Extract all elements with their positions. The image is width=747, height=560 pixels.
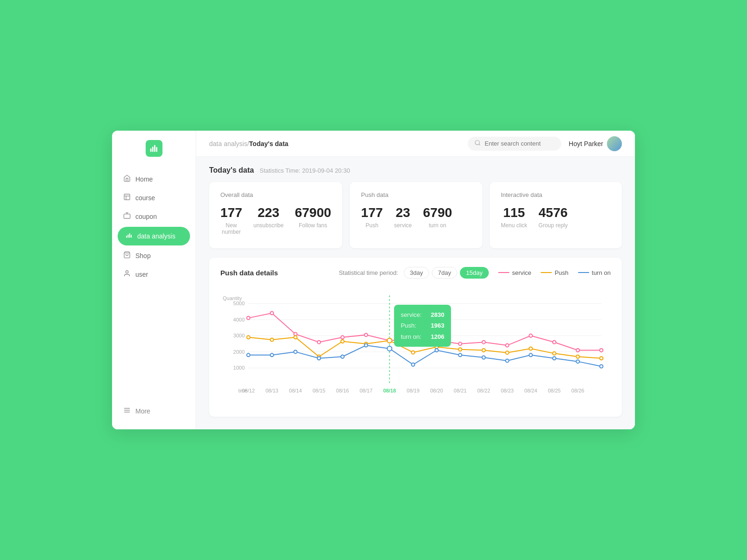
- sidebar-item-data-analysis[interactable]: data analysis: [118, 227, 190, 245]
- svg-rect-8: [126, 236, 127, 238]
- legend-push: Push: [541, 269, 569, 276]
- main-content: data analysis/Today's data Hoyt Parker: [196, 131, 635, 429]
- svg-rect-3: [156, 147, 157, 152]
- period-3day-button[interactable]: 3day: [404, 267, 429, 279]
- data-analysis-label: data analysis: [137, 232, 176, 240]
- period-15day-button[interactable]: 15day: [460, 267, 488, 279]
- avatar: [607, 136, 622, 151]
- stat-turn-on: 6790 turn on: [423, 206, 452, 229]
- course-icon: [123, 193, 131, 203]
- legend-push-label: Push: [555, 269, 569, 276]
- app-window: Home course: [112, 131, 635, 429]
- line-chart-canvas: [220, 286, 611, 407]
- app-logo-icon: [146, 140, 162, 157]
- header-right: Hoyt Parker: [468, 136, 622, 151]
- search-input[interactable]: [485, 140, 555, 147]
- push-title: Push data: [361, 191, 471, 198]
- stats-time: Statistics Time: 2019-09-04 20:30: [260, 167, 350, 174]
- interactive-data-card: Interactive data 115 Menu click 4576 Gro…: [490, 182, 622, 248]
- stat-menu-click: 115 Menu click: [501, 206, 528, 229]
- legend-push-line: [541, 272, 552, 273]
- sidebar-item-course[interactable]: course: [112, 189, 196, 207]
- stat-unsubscribe: 223 unsubscribe: [254, 206, 284, 235]
- breadcrumb: data analysis/Today's data: [209, 140, 289, 147]
- stat-new-number: 177 New number: [220, 206, 242, 235]
- svg-rect-10: [129, 233, 130, 238]
- chart-controls: Statistical time period: 3day 7day 15day: [339, 267, 489, 279]
- stat-follow-fans: 67900 Follow fans: [295, 206, 331, 235]
- data-analysis-icon: [125, 231, 133, 241]
- overall-data-card: Overall data 177 New number 223 unsubscr…: [209, 182, 342, 248]
- more-icon: [123, 406, 131, 415]
- interactive-numbers: 115 Menu click 4576 Group reply: [501, 206, 611, 229]
- period-label: Statistical time period:: [339, 269, 398, 276]
- interactive-title: Interactive data: [501, 191, 611, 198]
- user-label: user: [135, 271, 148, 278]
- svg-rect-0: [150, 148, 151, 152]
- svg-line-18: [479, 144, 480, 145]
- home-icon: [123, 175, 131, 184]
- legend-turnon: turn on: [578, 269, 611, 276]
- more-label: More: [135, 407, 150, 415]
- overall-numbers: 177 New number 223 unsubscribe 67900 Fol…: [220, 206, 331, 235]
- overall-title: Overall data: [220, 191, 331, 198]
- chart-header: Push data details Statistical time perio…: [220, 267, 611, 279]
- today-data-title: Today's data: [209, 166, 254, 175]
- period-7day-button[interactable]: 7day: [432, 267, 457, 279]
- period-buttons: 3day 7day 15day: [404, 267, 489, 279]
- shop-icon: [123, 251, 131, 260]
- stat-group-reply: 4576 Group reply: [538, 206, 568, 229]
- search-icon: [474, 140, 481, 148]
- legend-service-line: [498, 272, 509, 273]
- svg-rect-9: [127, 235, 128, 238]
- legend-service: service: [498, 269, 531, 276]
- svg-rect-11: [131, 235, 132, 238]
- legend-service-label: service: [512, 269, 531, 276]
- sidebar-item-user[interactable]: user: [112, 265, 196, 284]
- sidebar-item-coupon[interactable]: coupon: [112, 207, 196, 226]
- stats-row: Overall data 177 New number 223 unsubscr…: [209, 182, 622, 248]
- home-label: Home: [135, 175, 153, 183]
- coupon-label: coupon: [135, 213, 157, 220]
- chart-area: service: 2830 Push: 1963 turn on: 1206: [220, 286, 611, 407]
- sidebar-logo: [112, 140, 196, 157]
- user-name: Hoyt Parker: [569, 140, 603, 147]
- stat-service: 23 service: [394, 206, 412, 229]
- legend-turnon-line: [578, 272, 589, 273]
- header: data analysis/Today's data Hoyt Parker: [196, 131, 635, 157]
- push-data-card: Push data 177 Push 23 service 6790 turn: [350, 182, 482, 248]
- svg-point-17: [475, 140, 479, 144]
- chart-legend: service Push turn on: [498, 269, 611, 276]
- more-button[interactable]: More: [112, 402, 196, 420]
- user-info: Hoyt Parker: [569, 136, 622, 151]
- push-numbers: 177 Push 23 service 6790 turn on: [361, 206, 471, 229]
- chart-card: Push data details Statistical time perio…: [209, 258, 622, 417]
- svg-rect-4: [124, 194, 130, 200]
- coupon-icon: [123, 212, 131, 221]
- svg-point-13: [126, 271, 128, 273]
- shop-label: Shop: [135, 252, 151, 259]
- svg-rect-7: [124, 214, 130, 218]
- chart-title: Push data details: [220, 269, 278, 277]
- user-icon: [123, 270, 131, 279]
- sidebar-item-shop[interactable]: Shop: [112, 246, 196, 265]
- breadcrumb-prefix: data analysis/: [209, 140, 249, 147]
- course-label: course: [135, 194, 155, 202]
- svg-rect-1: [152, 147, 153, 152]
- sidebar-nav: Home course: [112, 170, 196, 284]
- sidebar-item-home[interactable]: Home: [112, 170, 196, 189]
- legend-turnon-label: turn on: [592, 269, 611, 276]
- svg-rect-2: [154, 145, 155, 152]
- sidebar: Home course: [112, 131, 196, 429]
- stat-push: 177 Push: [361, 206, 383, 229]
- breadcrumb-active: Today's data: [249, 140, 289, 147]
- content-area: Today's data Statistics Time: 2019-09-04…: [196, 157, 635, 429]
- today-data-header: Today's data Statistics Time: 2019-09-04…: [209, 166, 622, 175]
- search-bar[interactable]: [468, 137, 561, 151]
